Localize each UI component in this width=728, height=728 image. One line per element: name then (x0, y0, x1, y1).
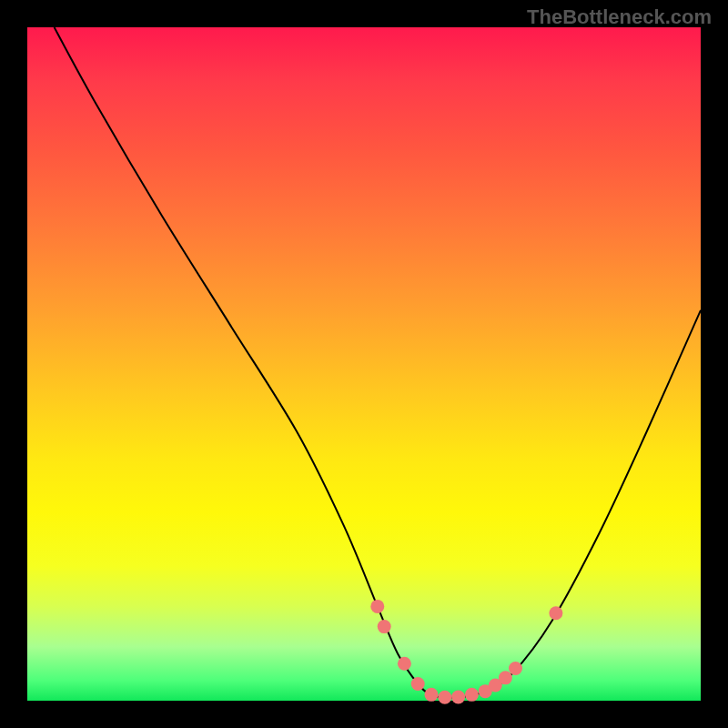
curve-marker-dot (411, 677, 425, 691)
curve-marker-dot (451, 690, 465, 703)
curve-marker-dot (499, 671, 512, 684)
watermark-text: TheBottleneck.com (527, 5, 712, 29)
chart-plot-area (27, 27, 701, 701)
curve-marker-dot (425, 688, 439, 702)
curve-marker-group (370, 600, 562, 704)
curve-marker-dot (509, 662, 522, 675)
curve-marker-dot (438, 691, 451, 704)
curve-marker-dot (378, 620, 391, 633)
bottleneck-chart-svg (27, 27, 701, 701)
curve-marker-dot (370, 600, 384, 613)
curve-marker-dot (398, 657, 411, 671)
curve-marker-dot (549, 606, 562, 620)
curve-marker-dot (465, 688, 479, 702)
bottleneck-curve-line (55, 27, 701, 697)
